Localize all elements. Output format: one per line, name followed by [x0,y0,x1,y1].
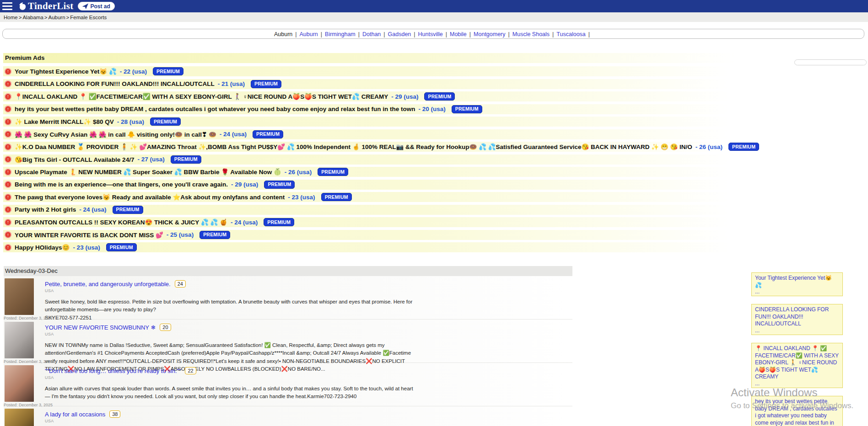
premium-badge: PREMIUM [106,243,137,251]
premium-ad-title[interactable]: hey its your best wettes petite baby DRE… [15,106,415,112]
city-link-wrap: Muscle Shoals| [512,30,557,38]
premium-ad-age: - 25 (usa) [167,231,194,238]
up-arrow-icon: ↑ [5,68,11,75]
up-arrow-icon: ↑ [5,144,11,150]
premium-badge: PREMIUM [321,193,352,201]
listing-row: Posted: December 3, 2025 "“Don't stare t… [4,363,572,406]
city-link-wrap: Mobile| [450,30,474,38]
up-arrow-icon: ↑ [5,169,11,176]
premium-ad-age: - 23 (usa) [73,244,100,251]
listing-content: A lady for all occasions 38 USA [45,406,572,423]
premium-ad-title[interactable]: 🌺 🌺 Sexy CuRvy Asian 🌺 🌺 in call 🐥 visit… [15,131,216,138]
listing-thumbnail[interactable] [5,278,34,315]
premium-ad-row[interactable]: ↑ YOUR WINTER FAVORITE IS BACK DONT MISS… [3,230,759,240]
premium-ad-row[interactable]: ↑ Upscale Playmate 🧜 NEW NUMBER 💦 Super … [3,167,759,177]
premium-badge: PREMIUM [253,130,283,138]
premium-ad-row[interactable]: ↑ ✨ Lake Merritt INCALL✨ $80 QV - 28 (us… [3,117,759,127]
sidebar-premium-box[interactable]: 📍 INCALL OAKLAND 📍 ✅ FACETIME/CAR✅ WITH … [751,343,843,388]
listing-title-link[interactable]: Petite, brunette, and dangerously unforg… [45,281,171,288]
premium-ad-age: - 29 (usa) [391,93,418,100]
premium-badge: PREMIUM [199,231,230,239]
premium-ad-row[interactable]: ↑ hey its your best wettes petite baby D… [3,104,759,114]
premium-ad-title[interactable]: Upscale Playmate 🧜 NEW NUMBER 💦 Super So… [15,168,281,176]
sidebar-premium-box[interactable]: Your Tightest Experience Yet😼 💦 ... [751,272,843,296]
premium-ad-age: - 22 (usa) [120,68,147,75]
premium-ad-age: - 20 (usa) [418,106,445,112]
premium-ad-title[interactable]: ✨ Lake Merritt INCALL✨ $80 QV [15,118,114,125]
city-link[interactable]: Montgomery [474,31,505,37]
sidebar-premium-box[interactable]: CINDERELLA LOOKING FOR FUN!!! OAKLAND!!!… [751,304,843,335]
premium-badge: PREMIUM [113,206,143,214]
listing-location: USA [45,375,572,380]
city-link[interactable]: Tuscaloosa [556,31,585,37]
city-separator: | [318,31,325,37]
premium-badge: PREMIUM [251,80,281,88]
premium-ad-row[interactable]: ↑ PLEASANTON OUTCALLS !! SEXY KOREAN😍 TH… [3,217,759,227]
premium-ad-row[interactable]: ↑ 🌺 🌺 Sexy CuRvy Asian 🌺 🌺 in call 🐥 vis… [3,129,759,139]
listing-location: USA [45,288,572,293]
paper-plane-icon [82,3,88,9]
premium-ad-row[interactable]: ↑ CINDERELLA LOOKING FOR FUN!!! OAKLAND!… [3,79,759,89]
premium-ad-title[interactable]: ✨K.O Daa NUMBER 🥇 PROVIDER 🧍 ✨ 💕AMAZING … [15,143,692,150]
premium-ad-title[interactable]: Happy HOlidays😊 [15,244,70,251]
premium-ad-row[interactable]: ↑ 😘Big Tits Girl - OUTCALL Available 24/… [3,154,759,165]
premium-badge: PREMIUM [171,155,201,164]
city-link[interactable]: Auburn [274,31,292,37]
premium-ad-age: - 24 (usa) [79,206,106,213]
premium-ad-title[interactable]: 😘Big Tits Girl - OUTCALL Available 24/7 [15,156,134,163]
premium-ad-title[interactable]: PLEASANTON OUTCALLS !! SEXY KOREAN😍 THIC… [15,218,227,226]
breadcrumb-home[interactable]: Home [4,15,18,20]
city-link[interactable]: Muscle Shoals [512,31,550,37]
premium-ad-title[interactable]: Being with me is an experience—one that … [15,181,228,188]
city-separator: | [586,31,593,37]
sidebar-premium-text[interactable]: 📍 INCALL OAKLAND 📍 ✅ FACETIME/CAR✅ WITH … [755,345,839,381]
city-link[interactable]: Auburn [300,31,318,37]
premium-ad-row[interactable]: ↑ Your Tightest Experience Yet😼 💦 - 22 (… [3,66,759,76]
empty-pill-track[interactable] [794,59,867,65]
city-link[interactable]: Mobile [450,31,467,37]
premium-ad-row[interactable]: ↑ The pawg that everyone loves😼 Ready an… [3,192,759,202]
city-link[interactable]: Birmingham [325,31,356,37]
listing-thumbnail[interactable] [5,409,34,426]
listing-title-link[interactable]: "“Don't stare too long… unless you're re… [45,367,181,374]
logo-text: TinderList [28,0,73,12]
post-ad-button[interactable]: Post ad [78,2,114,11]
city-link[interactable]: Huntsville [418,31,443,37]
site-logo[interactable]: TinderList [19,0,73,12]
premium-ad-title[interactable]: Your Tightest Experience Yet😼 💦 [15,68,117,75]
breadcrumb-state[interactable]: Alabama [22,15,43,20]
city-link[interactable]: Gadsden [388,31,411,37]
premium-ad-title[interactable]: Party with 2 Hot girls [15,206,76,213]
sidebar-premium-text[interactable]: Your Tightest Experience Yet😼 💦 [755,275,839,289]
city-separator: | [550,31,556,37]
premium-ad-age: - 24 (usa) [231,219,258,226]
premium-ad-title[interactable]: The pawg that everyone loves😼 Ready and … [15,193,285,201]
premium-ad-title[interactable]: CINDERELLA LOOKING FOR FUN!!! OAKLAND!!!… [15,80,215,87]
listing-row: A lady for all occasions 38 USA [4,406,572,426]
listing-title-link[interactable]: A lady for all occasions [45,411,105,418]
city-separator: | [292,31,299,37]
premium-ad-age: - 24 (usa) [220,131,247,138]
sidebar-more-dots: ... [755,289,839,294]
premium-ad-row[interactable]: ↑ 📍INCALL OAKLAND 📍 ✅FACETIME/CAR✅ WITH … [3,91,759,101]
up-arrow-icon: ↑ [5,181,11,188]
premium-ad-row[interactable]: ↑ Happy HOlidays😊 - 23 (usa) PREMIUM [3,242,759,252]
city-link-wrap: Gadsden| [388,30,418,38]
premium-ad-title[interactable]: 📍INCALL OAKLAND 📍 ✅FACETIME/CAR✅ WITH A … [15,93,388,100]
premium-ad-row[interactable]: ↑ Party with 2 Hot girls - 24 (usa) PREM… [3,205,759,215]
breadcrumb-category[interactable]: Female Escorts [70,15,107,20]
listing-thumbnail[interactable] [5,365,34,402]
city-link-wrap: Tuscaloosa| [556,30,593,38]
premium-ad-row[interactable]: ↑ ✨K.O Daa NUMBER 🥇 PROVIDER 🧍 ✨ 💕AMAZIN… [3,142,759,152]
premium-ad-title[interactable]: YOUR WINTER FAVORITE IS BACK DONT MISS 💕 [15,231,163,239]
listing-thumbnail[interactable] [5,322,34,358]
sidebar-premium-text[interactable]: hey its your best wettes petite baby DRE… [755,398,839,426]
city-link[interactable]: Dothan [362,31,381,37]
listing-title-link[interactable]: YOUR NEW FAVORITE SNOWBUNNY ❄ [45,324,156,331]
sidebar-premium-text[interactable]: CINDERELLA LOOKING FOR FUN!!! OAKLAND!!!… [755,306,839,328]
listing-description: Asian allure with curves that speak loud… [45,385,418,401]
premium-ad-row[interactable]: ↑ Being with me is an experience—one tha… [3,180,759,190]
sidebar-premium-box[interactable]: hey its your best wettes petite baby DRE… [751,396,843,426]
hamburger-menu-icon[interactable] [2,2,12,10]
breadcrumb-city[interactable]: Auburn [49,15,65,20]
